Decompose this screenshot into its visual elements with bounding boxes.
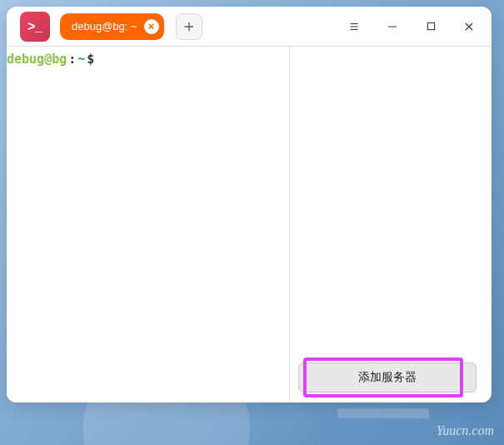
terminal-pane[interactable]: debug@bg : ~ $ xyxy=(7,47,290,402)
svg-rect-0 xyxy=(427,22,434,29)
terminal-separator: : xyxy=(68,52,76,67)
title-bar: >_ debug@bg: ~ × xyxy=(7,7,492,47)
terminal-user-host: debug@bg xyxy=(7,52,67,67)
add-server-label: 添加服务器 xyxy=(358,370,417,385)
tab-label: debug@bg: ~ xyxy=(72,20,137,32)
window-controls xyxy=(335,10,488,43)
new-tab-button[interactable] xyxy=(176,13,202,40)
maximize-button[interactable] xyxy=(412,10,450,43)
terminal-path: ~ xyxy=(77,52,85,67)
hamburger-menu-button[interactable] xyxy=(335,10,373,43)
tab-active[interactable]: debug@bg: ~ × xyxy=(60,13,164,40)
minimize-button[interactable] xyxy=(373,10,412,43)
terminal-window: >_ debug@bg: ~ × debug@bg xyxy=(7,7,492,402)
terminal-prompt-line: debug@bg : ~ $ xyxy=(7,52,289,67)
close-button[interactable] xyxy=(450,10,488,43)
close-tab-icon[interactable]: × xyxy=(144,19,159,34)
terminal-prompt-symbol: $ xyxy=(87,52,94,67)
app-icon: >_ xyxy=(20,12,50,42)
side-panel: 添加服务器 xyxy=(290,47,492,402)
watermark-text: Yuucn.com xyxy=(437,423,494,438)
background-decoration xyxy=(337,408,429,418)
add-server-button[interactable]: 添加服务器 xyxy=(298,362,477,392)
content-area: debug@bg : ~ $ 添加服务器 xyxy=(7,47,492,402)
